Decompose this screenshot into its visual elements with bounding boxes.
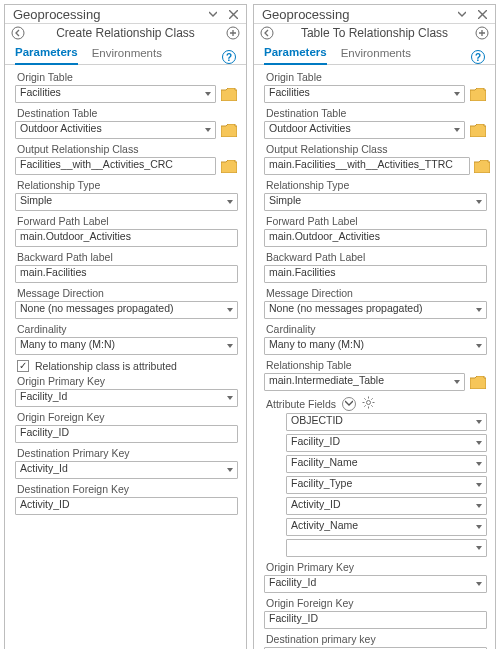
tool-title: Create Relationship Class	[31, 26, 220, 40]
browse-icon[interactable]	[469, 374, 487, 390]
label: Forward Path Label	[15, 214, 238, 229]
attribute-field-item[interactable]: OBJECTID	[286, 413, 487, 431]
cardinality-input[interactable]: Many to many (M:N)	[15, 337, 238, 355]
relationship-table-input[interactable]: main.Intermediate_Table	[264, 373, 465, 391]
svg-line-12	[364, 405, 365, 406]
checkbox-label: Relationship class is attributed	[35, 360, 177, 372]
svg-line-11	[371, 398, 372, 399]
browse-icon[interactable]	[220, 122, 238, 138]
attribute-fields-header: Attribute Fields	[264, 394, 487, 413]
label: Origin Table	[264, 70, 487, 85]
close-icon[interactable]	[226, 8, 240, 22]
back-icon[interactable]	[260, 26, 274, 40]
svg-point-2	[261, 27, 273, 39]
attribute-fields-list: OBJECTIDFacility_IDFacility_NameFacility…	[264, 413, 487, 557]
relationship-type-input[interactable]: Simple	[15, 193, 238, 211]
back-icon[interactable]	[11, 26, 25, 40]
output-relclass-input[interactable]: main.Facilities__with__Activities_TTRC	[264, 157, 470, 175]
tab-parameters[interactable]: Parameters	[264, 42, 327, 65]
gear-icon[interactable]	[362, 396, 375, 411]
label: Relationship Type	[264, 178, 487, 193]
collapse-icon[interactable]	[342, 397, 356, 411]
attribute-field-item[interactable]: Facility_ID	[286, 434, 487, 452]
label: Forward Path Label	[264, 214, 487, 229]
destination-table-input[interactable]: Outdoor Activities	[15, 121, 216, 139]
forward-path-input[interactable]: main.Outdoor_Activities	[15, 229, 238, 247]
pane-title: Geoprocessing	[13, 7, 206, 22]
dropdown-icon[interactable]	[206, 8, 220, 22]
parameters-panel: Origin Table Facilities Destination Tabl…	[254, 65, 495, 649]
origin-primary-key-input[interactable]: Facility_Id	[264, 575, 487, 593]
close-icon[interactable]	[475, 8, 489, 22]
browse-icon[interactable]	[220, 86, 238, 102]
label: Output Relationship Class	[15, 142, 238, 157]
pane-header: Geoprocessing	[5, 5, 246, 24]
label: Origin Primary Key	[264, 560, 487, 575]
tab-environments[interactable]: Environments	[92, 43, 162, 64]
label: Attribute Fields	[266, 398, 336, 410]
label: Backward Path Label	[264, 250, 487, 265]
help-icon[interactable]: ?	[471, 50, 485, 64]
browse-icon[interactable]	[474, 158, 490, 174]
label: Origin Foreign Key	[264, 596, 487, 611]
forward-path-input[interactable]: main.Outdoor_Activities	[264, 229, 487, 247]
message-direction-input[interactable]: None (no messages propagated)	[264, 301, 487, 319]
tabs: Parameters Environments ?	[254, 42, 495, 65]
tool-title: Table To Relationship Class	[280, 26, 469, 40]
label: Destination Foreign Key	[15, 482, 238, 497]
help-icon[interactable]: ?	[222, 50, 236, 64]
origin-primary-key-input[interactable]: Facility_Id	[15, 389, 238, 407]
tab-parameters[interactable]: Parameters	[15, 42, 78, 65]
attribute-field-item[interactable]: Facility_Name	[286, 455, 487, 473]
origin-foreign-key-input[interactable]: Facility_ID	[15, 425, 238, 443]
attribute-field-item[interactable]: Activity_ID	[286, 497, 487, 515]
browse-icon[interactable]	[469, 122, 487, 138]
relationship-type-input[interactable]: Simple	[264, 193, 487, 211]
backward-path-input[interactable]: main.Facilities	[264, 265, 487, 283]
label: Cardinality	[15, 322, 238, 337]
destination-table-input[interactable]: Outdoor Activities	[264, 121, 465, 139]
tool-header: Create Relationship Class	[5, 24, 246, 42]
destination-primary-key-input[interactable]: Activity_Id	[15, 461, 238, 479]
destination-foreign-key-input[interactable]: Activity_ID	[15, 497, 238, 515]
add-icon[interactable]	[475, 26, 489, 40]
parameters-panel: Origin Table Facilities Destination Tabl…	[5, 65, 246, 649]
pane-title: Geoprocessing	[262, 7, 455, 22]
origin-foreign-key-input[interactable]: Facility_ID	[264, 611, 487, 629]
message-direction-input[interactable]: None (no messages propagated)	[15, 301, 238, 319]
label: Relationship Table	[264, 358, 487, 373]
label: Backward Path label	[15, 250, 238, 265]
dropdown-icon[interactable]	[455, 8, 469, 22]
checkbox-icon[interactable]: ✓	[17, 360, 29, 372]
origin-table-input[interactable]: Facilities	[15, 85, 216, 103]
label: Origin Primary Key	[15, 374, 238, 389]
backward-path-input[interactable]: main.Facilities	[15, 265, 238, 283]
browse-icon[interactable]	[220, 158, 238, 174]
label: Destination Table	[15, 106, 238, 121]
svg-point-4	[367, 401, 371, 405]
geoprocessing-pane-left: Geoprocessing Create Relationship Class …	[4, 4, 247, 649]
cardinality-input[interactable]: Many to many (M:N)	[264, 337, 487, 355]
attribute-field-item[interactable]: Activity_Name	[286, 518, 487, 536]
tool-header: Table To Relationship Class	[254, 24, 495, 42]
tabs: Parameters Environments ?	[5, 42, 246, 65]
attributed-checkbox-row[interactable]: ✓ Relationship class is attributed	[15, 358, 238, 374]
add-icon[interactable]	[226, 26, 240, 40]
output-relclass-input[interactable]: Facilities__with__Activities_CRC	[15, 157, 216, 175]
label: Origin Foreign Key	[15, 410, 238, 425]
label: Output Relationship Class	[264, 142, 487, 157]
tab-environments[interactable]: Environments	[341, 43, 411, 64]
attribute-field-empty[interactable]	[286, 539, 487, 557]
svg-line-9	[364, 398, 365, 399]
label: Message Direction	[15, 286, 238, 301]
pane-header: Geoprocessing	[254, 5, 495, 24]
svg-line-10	[371, 405, 372, 406]
label: Destination Table	[264, 106, 487, 121]
attribute-field-item[interactable]: Facility_Type	[286, 476, 487, 494]
label: Destination Primary Key	[15, 446, 238, 461]
svg-point-0	[12, 27, 24, 39]
geoprocessing-pane-right: Geoprocessing Table To Relationship Clas…	[253, 4, 496, 649]
origin-table-input[interactable]: Facilities	[264, 85, 465, 103]
browse-icon[interactable]	[469, 86, 487, 102]
label: Message Direction	[264, 286, 487, 301]
